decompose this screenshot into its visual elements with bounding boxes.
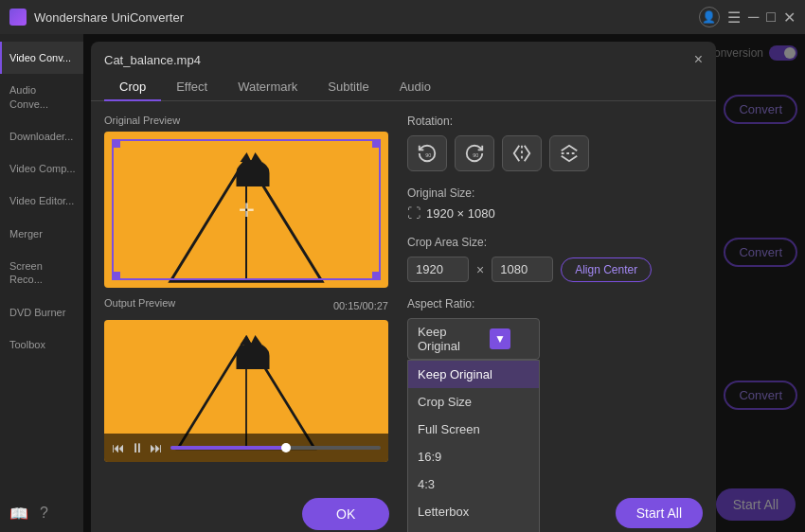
- flip-v-icon: [559, 143, 580, 164]
- move-cursor-icon: ✛: [239, 199, 255, 222]
- modal-body: Original Preview: [91, 101, 716, 485]
- size-link-icon: ⛶: [407, 205, 420, 221]
- sidebar-label-toolbox: Toolbox: [9, 338, 76, 351]
- modal-title: Cat_balance.mp4: [104, 53, 201, 67]
- app-title: Wondershare UniConverter: [34, 10, 699, 25]
- svg-text:90: 90: [425, 152, 431, 158]
- rotate-cw-icon: 90: [464, 143, 485, 164]
- progress-fill: [170, 446, 286, 450]
- preview-section: Original Preview: [104, 115, 388, 471]
- sidebar-bottom: 📖 ?: [0, 495, 83, 532]
- aspect-ratio-container: Keep Original ▼ Keep Original Crop Size …: [407, 318, 540, 360]
- progress-track[interactable]: [170, 446, 381, 450]
- aspect-ratio-selected-value: Keep Original: [418, 325, 490, 353]
- help-icon[interactable]: ?: [40, 505, 48, 523]
- sidebar-item-dvd-burner[interactable]: DVD Burner: [0, 296, 83, 328]
- align-center-button[interactable]: Align Center: [561, 257, 652, 282]
- sidebar-label-video-editor: Video Editor...: [9, 194, 76, 207]
- menu-icon[interactable]: ☰: [727, 9, 741, 27]
- output-label-row: Output Preview 00:15/00:27: [104, 297, 388, 314]
- aspect-ratio-select[interactable]: Keep Original ▼: [407, 318, 540, 360]
- sidebar: Video Conv... Audio Conve... Downloader.…: [0, 34, 83, 532]
- close-icon[interactable]: ✕: [783, 9, 796, 27]
- tab-crop[interactable]: Crop: [104, 74, 161, 101]
- book-icon[interactable]: 📖: [9, 505, 28, 523]
- sidebar-item-screen-recorder[interactable]: Screen Reco...: [0, 250, 83, 296]
- original-size-value-row: ⛶ 1920 × 1080: [407, 205, 703, 221]
- tab-watermark[interactable]: Watermark: [223, 74, 313, 101]
- title-bar: Wondershare UniConverter 👤 ☰ ─ □ ✕: [0, 0, 805, 34]
- rewind-button[interactable]: ⏮: [112, 440, 125, 455]
- modal-close-button[interactable]: ×: [694, 51, 703, 68]
- aspect-option-16-9[interactable]: 16:9: [408, 443, 539, 470]
- svg-text:90: 90: [473, 152, 478, 158]
- modal-title-bar: Cat_balance.mp4 ×: [91, 42, 716, 68]
- output-preview-box: ⏮ ⏸ ⏭: [104, 320, 388, 462]
- modal: Cat_balance.mp4 × Crop Effect Watermark …: [91, 42, 716, 532]
- crop-area-label: Crop Area Size:: [407, 236, 703, 249]
- crop-inputs: × Align Center: [407, 257, 703, 282]
- sidebar-label-dvd-burner: DVD Burner: [9, 306, 76, 319]
- rotate-ccw-icon: 90: [417, 143, 438, 164]
- sidebar-label-video-converter: Video Conv...: [9, 51, 76, 64]
- original-preview-box: ✛: [104, 132, 388, 288]
- tab-audio[interactable]: Audio: [385, 74, 446, 101]
- timeline-bar: ⏮ ⏸ ⏭: [104, 434, 388, 462]
- forward-button[interactable]: ⏭: [150, 440, 163, 455]
- flip-h-icon: [511, 143, 532, 164]
- aspect-option-4-3[interactable]: 4:3: [408, 470, 539, 498]
- rotate-cw-90-button[interactable]: 90: [455, 135, 494, 171]
- ok-button[interactable]: OK: [302, 498, 389, 530]
- sidebar-item-merger[interactable]: Merger: [0, 218, 83, 250]
- aspect-option-crop-size[interactable]: Crop Size: [408, 388, 539, 416]
- aspect-option-full-screen[interactable]: Full Screen: [408, 416, 539, 443]
- modal-overlay: Cat_balance.mp4 × Crop Effect Watermark …: [83, 34, 805, 532]
- aspect-option-pan-scan[interactable]: Pan&Scan: [408, 525, 539, 532]
- rotation-label: Rotation:: [407, 115, 703, 128]
- aspect-dropdown-arrow[interactable]: ▼: [490, 328, 510, 349]
- modal-tabs: Crop Effect Watermark Subtitle Audio: [91, 68, 716, 101]
- aspect-option-keep-original[interactable]: Keep Original: [408, 361, 539, 388]
- tab-effect[interactable]: Effect: [161, 74, 223, 101]
- tab-subtitle[interactable]: Subtitle: [313, 74, 384, 101]
- crop-corner-br[interactable]: [372, 272, 380, 279]
- sidebar-item-video-converter[interactable]: Video Conv...: [0, 42, 83, 74]
- user-icon[interactable]: 👤: [699, 7, 720, 27]
- crop-height-input[interactable]: [492, 257, 553, 282]
- aspect-ratio-dropdown: Keep Original Crop Size Full Screen 16:9…: [407, 360, 540, 532]
- sidebar-item-video-editor[interactable]: Video Editor...: [0, 185, 83, 217]
- output-preview-label: Output Preview: [104, 297, 175, 309]
- modal-footer: OK Cancel Start All: [91, 485, 716, 532]
- flip-horizontal-button[interactable]: [502, 135, 542, 171]
- original-size-value: 1920 × 1080: [426, 206, 495, 221]
- sidebar-label-downloader: Downloader...: [9, 130, 76, 143]
- sidebar-item-downloader[interactable]: Downloader...: [0, 120, 83, 152]
- progress-thumb[interactable]: [281, 443, 291, 452]
- app-logo: [9, 9, 27, 26]
- modal-start-all-button[interactable]: Start All: [616, 498, 703, 528]
- original-preview-label: Original Preview: [104, 115, 388, 126]
- rotation-buttons: 90 90: [407, 135, 703, 171]
- sidebar-item-toolbox[interactable]: Toolbox: [0, 328, 83, 361]
- minimize-icon[interactable]: ─: [748, 9, 759, 26]
- crop-corner-tl[interactable]: [113, 140, 120, 148]
- crop-width-input[interactable]: [407, 257, 469, 282]
- sidebar-item-video-compressor[interactable]: Video Comp...: [0, 152, 83, 185]
- controls-section: Rotation: 90 90: [407, 115, 703, 471]
- rotate-ccw-90-button[interactable]: 90: [407, 135, 447, 171]
- sidebar-label-audio-converter: Audio Conve...: [9, 83, 76, 111]
- crop-corner-bl[interactable]: [113, 272, 120, 279]
- aspect-option-letterbox[interactable]: Letterbox: [408, 498, 539, 525]
- sidebar-item-audio-converter[interactable]: Audio Conve...: [0, 74, 83, 120]
- original-size-label: Original Size:: [407, 186, 703, 200]
- sidebar-label-merger: Merger: [9, 227, 76, 240]
- play-pause-button[interactable]: ⏸: [131, 440, 144, 455]
- flip-vertical-button[interactable]: [549, 135, 589, 171]
- aspect-ratio-label: Aspect Ratio:: [407, 297, 703, 310]
- crop-separator: ×: [476, 262, 484, 277]
- window-controls: 👤 ☰ ─ □ ✕: [699, 7, 796, 27]
- output-time: 00:15/00:27: [333, 300, 388, 311]
- crop-corner-tr[interactable]: [372, 140, 380, 148]
- maximize-icon[interactable]: □: [766, 9, 776, 26]
- sidebar-label-screen-recorder: Screen Reco...: [9, 259, 76, 287]
